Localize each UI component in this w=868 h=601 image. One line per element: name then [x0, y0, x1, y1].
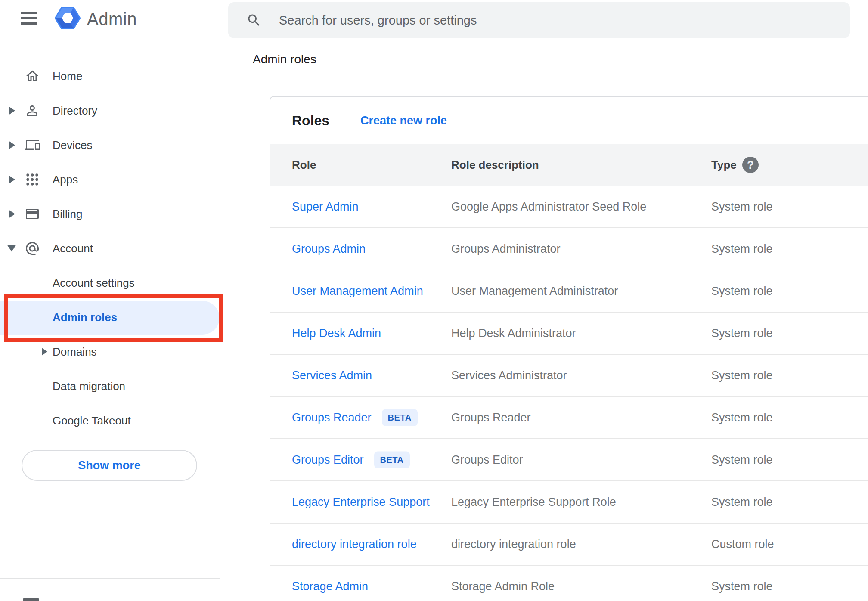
column-header-role: Role [292, 158, 316, 172]
expand-arrow-icon[interactable] [9, 141, 15, 149]
app-title: Admin [87, 9, 137, 29]
role-cell: directory integration role [292, 538, 417, 551]
role-type-cell: System role [711, 369, 773, 382]
breadcrumb: Admin roles [253, 53, 316, 66]
table-row: Groups EditorBETAGroups EditorSystem rol… [270, 439, 868, 481]
sidebar-item-label: Directory [53, 104, 97, 118]
roles-table-body: Super AdminGoogle Apps Administrator See… [270, 186, 868, 601]
role-description-cell: Help Desk Administrator [451, 327, 576, 340]
role-link[interactable]: Groups Editor [292, 453, 364, 467]
sidebar-item-google-takeout[interactable]: Google Takeout [0, 403, 223, 438]
table-row: Storage AdminStorage Admin RoleSystem ro… [270, 566, 868, 601]
role-link[interactable]: directory integration role [292, 538, 417, 551]
role-link[interactable]: Groups Reader [292, 411, 372, 424]
role-type-cell: System role [711, 580, 773, 593]
admin-logo[interactable]: Admin [54, 5, 137, 33]
admin-logo-hexagon-icon [54, 5, 81, 33]
role-cell: Legacy Enterprise Support [292, 496, 430, 509]
sidebar-bottom-divider [0, 578, 220, 579]
person-icon [25, 103, 40, 118]
table-row: Groups ReaderBETAGroups ReaderSystem rol… [270, 397, 868, 439]
search-input[interactable]: Search for users, groups or settings [228, 2, 850, 38]
sidebar-nav: HomeDirectoryDevicesAppsBillingAccountAc… [0, 59, 223, 438]
role-cell: Groups EditorBETA [292, 452, 410, 468]
table-row: User Management AdminUser Management Adm… [270, 270, 868, 313]
search-icon [246, 12, 262, 28]
sidebar-item-data-migration[interactable]: Data migration [0, 369, 223, 403]
roles-card-header: Roles Create new role [270, 97, 868, 144]
role-cell: Groups Admin [292, 242, 366, 256]
role-type-cell: System role [711, 453, 773, 467]
roles-title: Roles [292, 112, 329, 128]
role-type-cell: System role [711, 242, 773, 256]
sidebar-item-devices[interactable]: Devices [0, 128, 223, 162]
table-row: Legacy Enterprise SupportLegacy Enterpri… [270, 481, 868, 524]
sidebar-item-label: Devices [53, 139, 92, 152]
role-type-cell: System role [711, 327, 773, 340]
clipped-bottom-icon [23, 598, 39, 601]
expand-arrow-icon[interactable] [42, 348, 47, 356]
sidebar-item-label: Apps [53, 173, 78, 186]
home-icon [25, 68, 40, 84]
sidebar-item-label: Home [53, 70, 82, 83]
sidebar-item-account[interactable]: Account [0, 231, 223, 266]
role-type-cell: System role [711, 496, 773, 509]
role-link[interactable]: User Management Admin [292, 285, 423, 298]
role-cell: Storage Admin [292, 580, 368, 593]
table-row: Groups AdminGroups AdministratorSystem r… [270, 228, 868, 270]
role-cell: Help Desk Admin [292, 327, 381, 340]
table-row: Super AdminGoogle Apps Administrator See… [270, 186, 868, 228]
type-help-icon[interactable]: ? [742, 157, 759, 173]
role-type-cell: System role [711, 200, 773, 214]
role-cell: Super Admin [292, 200, 359, 214]
role-type-cell: Custom role [711, 538, 774, 551]
beta-badge: BETA [374, 452, 410, 468]
sidebar-item-directory[interactable]: Directory [0, 93, 223, 128]
column-header-role-description: Role description [451, 158, 539, 172]
role-description-cell: Groups Reader [451, 411, 531, 424]
role-link[interactable]: Services Admin [292, 369, 372, 382]
table-header-row: Role Role description Type ? [270, 144, 868, 186]
create-new-role-link[interactable]: Create new role [360, 114, 447, 127]
column-header-type: Type [711, 158, 737, 172]
collapse-arrow-icon[interactable] [7, 245, 16, 252]
role-description-cell: directory integration role [451, 538, 576, 551]
expand-arrow-icon[interactable] [9, 175, 15, 184]
role-description-cell: Legacy Enterprise Support Role [451, 496, 616, 509]
search-placeholder: Search for users, groups or settings [279, 13, 477, 28]
role-link[interactable]: Help Desk Admin [292, 327, 381, 340]
sidebar-item-admin-roles[interactable]: Admin roles [0, 300, 223, 335]
role-type-cell: System role [711, 411, 773, 424]
at-email-icon [25, 241, 40, 256]
role-link[interactable]: Super Admin [292, 200, 359, 214]
sidebar-item-label: Account [53, 242, 93, 255]
sidebar-item-label: Billing [53, 208, 82, 221]
role-description-cell: Groups Editor [451, 453, 523, 467]
role-description-cell: Storage Admin Role [451, 580, 555, 593]
sidebar-item-account-settings[interactable]: Account settings [0, 266, 223, 300]
role-link[interactable]: Groups Admin [292, 242, 366, 256]
sidebar-item-home[interactable]: Home [0, 59, 223, 93]
role-cell: Services Admin [292, 369, 372, 382]
sidebar-item-apps[interactable]: Apps [0, 162, 223, 197]
table-row: Help Desk AdminHelp Desk AdministratorSy… [270, 313, 868, 355]
sidebar-item-billing[interactable]: Billing [0, 197, 223, 231]
show-more-button[interactable]: Show more [22, 450, 197, 481]
credit-card-icon [25, 206, 40, 222]
sidebar-item-label: Data migration [53, 380, 125, 393]
role-cell: Groups ReaderBETA [292, 409, 418, 426]
role-cell: User Management Admin [292, 285, 423, 298]
role-description-cell: Groups Administrator [451, 242, 561, 256]
sidebar-item-label: Domains [53, 345, 97, 359]
apps-icon [25, 172, 40, 187]
role-link[interactable]: Legacy Enterprise Support [292, 496, 430, 509]
expand-arrow-icon[interactable] [9, 210, 15, 218]
hamburger-menu-icon[interactable] [21, 11, 38, 24]
sidebar-item-domains[interactable]: Domains [0, 335, 223, 369]
role-link[interactable]: Storage Admin [292, 580, 368, 593]
expand-arrow-icon[interactable] [9, 106, 15, 115]
beta-badge: BETA [382, 409, 418, 426]
table-row: Services AdminServices AdministratorSyst… [270, 355, 868, 397]
roles-card: Roles Create new role Role Role descript… [270, 96, 868, 601]
sidebar-item-label: Account settings [53, 276, 135, 290]
